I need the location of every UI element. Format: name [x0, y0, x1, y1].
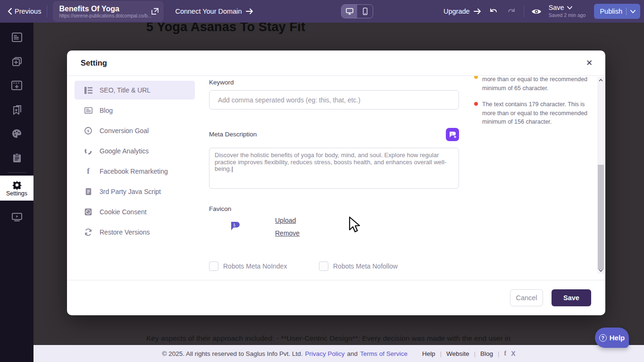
- settings-label: Settings: [6, 190, 27, 197]
- publish-button[interactable]: Publish: [594, 4, 640, 19]
- svg-text:$: $: [87, 129, 90, 133]
- nav-item-seo-title-url[interactable]: SEO, Title & URL: [75, 81, 195, 100]
- warning-dot-icon: [474, 76, 478, 79]
- cancel-button[interactable]: Cancel: [510, 289, 543, 306]
- close-icon[interactable]: ✕: [585, 58, 594, 67]
- x-icon[interactable]: X: [511, 350, 515, 357]
- favicon-label: Favicon: [209, 205, 459, 212]
- sidebar-item-forms[interactable]: [0, 147, 33, 168]
- nav-label: 3rd Party Java Script: [100, 188, 161, 195]
- scrollbar-track[interactable]: [597, 84, 604, 267]
- builder-footer: © 2025. All rights reserved to Saglus In…: [33, 345, 644, 362]
- page-body-snippet: Key aspects of their approach included: …: [146, 334, 510, 343]
- connect-domain-button[interactable]: Connect Your Domain: [175, 8, 253, 15]
- topbar-divider: [524, 6, 524, 17]
- desktop-preview-button[interactable]: [342, 5, 357, 18]
- restore-icon: [84, 228, 92, 236]
- footer-separator: |: [474, 350, 476, 357]
- previous-button[interactable]: Previous: [8, 8, 41, 15]
- sidebar-item-settings[interactable]: Settings: [0, 176, 33, 201]
- modal-nav: SEO, Title & URL Blog $ Conversion Goal …: [75, 81, 195, 242]
- save-menu[interactable]: Save Saved 2 min ago: [549, 4, 586, 18]
- nav-item-restore-versions[interactable]: Restore Versions: [75, 223, 195, 242]
- video-tutorials-icon: [12, 213, 22, 221]
- copyright-text: © 2025. All rights reserved to Saglus In…: [162, 350, 302, 357]
- nav-item-3rd-party-script[interactable]: 3rd Party Java Script: [75, 182, 195, 201]
- favicon-upload-link[interactable]: Upload: [275, 217, 300, 224]
- scrollbar-thumb[interactable]: [598, 165, 604, 269]
- site-title: Benefits Of Yoga: [59, 4, 151, 13]
- sidebar-item-form-fields[interactable]: [0, 26, 33, 48]
- upgrade-button[interactable]: Upgrade: [443, 8, 481, 15]
- publish-label: Publish: [600, 8, 622, 15]
- meta-description-label: Meta Description: [209, 131, 257, 138]
- feedback-text: The text contains 179 character. This is…: [482, 101, 587, 125]
- preview-eye-button[interactable]: [531, 6, 542, 17]
- sidebar-item-tutorials[interactable]: [0, 206, 33, 228]
- checkbox-icon: [319, 261, 328, 271]
- footer-website-link[interactable]: Website: [446, 350, 469, 357]
- and-text: and: [347, 350, 358, 357]
- sidebar-item-saved-blocks[interactable]: [0, 99, 33, 120]
- settings-modal: Setting ✕ SEO, Title & URL Blog $ Conver…: [67, 51, 605, 315]
- modal-title: Setting: [81, 59, 107, 67]
- privacy-policy-link[interactable]: Privacy Policy: [305, 350, 345, 357]
- meta-description-text: Discover the holistic benefits of yoga f…: [215, 152, 446, 172]
- nav-item-blog[interactable]: Blog: [75, 101, 195, 120]
- terms-link[interactable]: Terms of Service: [360, 350, 408, 357]
- nav-label: Restore Versions: [100, 228, 150, 236]
- publish-divider: [626, 8, 627, 15]
- favicon-remove-link[interactable]: Remove: [275, 229, 300, 237]
- add-section-icon: [11, 81, 22, 90]
- facebook-icon[interactable]: f: [504, 350, 507, 357]
- sidebar-item-add-section[interactable]: [0, 75, 33, 96]
- app-window: Previous Benefits Of Yoga https://serene…: [0, 0, 644, 362]
- builder-sidebar: Settings: [0, 23, 33, 362]
- robots-noindex-checkbox[interactable]: Robots Meta NoIndex: [209, 261, 287, 271]
- save-label: Save: [549, 4, 564, 11]
- footer-blog-link[interactable]: Blog: [480, 350, 493, 357]
- edit-icon[interactable]: [151, 8, 159, 16]
- modal-header: Setting ✕: [67, 51, 605, 76]
- previous-label: Previous: [15, 8, 41, 15]
- topbar-divider: [47, 5, 47, 17]
- meta-description-input[interactable]: Discover the holistic benefits of yoga f…: [209, 148, 459, 189]
- save-button[interactable]: Save: [552, 289, 591, 306]
- nav-item-facebook-remarketing[interactable]: f Facebook Remarketing: [75, 162, 195, 181]
- chevron-left-icon: [8, 8, 12, 15]
- nav-item-cookie-consent[interactable]: Cookie Consent: [75, 202, 195, 221]
- undo-button[interactable]: [488, 6, 499, 17]
- scroll-up-icon[interactable]: [599, 77, 603, 84]
- preview-eye-icon: [531, 8, 542, 15]
- keyword-input[interactable]: [209, 90, 459, 109]
- seo-form: Keyword Meta Description Discover the ho…: [209, 76, 459, 272]
- text-caret: |: [231, 165, 233, 172]
- footer-separator: |: [440, 350, 442, 357]
- nav-item-conversion-goal[interactable]: $ Conversion Goal: [75, 121, 195, 140]
- ai-assistant-icon[interactable]: [446, 128, 459, 141]
- nav-label: SEO, Title & URL: [100, 86, 151, 94]
- sidebar-item-design[interactable]: [0, 123, 33, 144]
- help-button[interactable]: ? Help: [595, 328, 629, 348]
- undo-icon: [489, 8, 498, 15]
- checkbox-icon: [209, 261, 218, 271]
- sidebar-item-add-page[interactable]: [0, 51, 33, 72]
- site-title-pill[interactable]: Benefits Of Yoga https://serene-publicat…: [53, 1, 164, 22]
- robots-nofollow-label: Robots Meta Nofollow: [333, 262, 398, 270]
- seo-feedback-warning: more than or equal to the recommended mi…: [474, 76, 592, 92]
- topbar: Previous Benefits Of Yoga https://serene…: [0, 0, 644, 23]
- site-url: https://serene-publications.dotcompal.co…: [59, 13, 151, 19]
- redo-button[interactable]: [506, 6, 517, 17]
- device-preview-toggle: [341, 4, 373, 18]
- mobile-icon: [363, 8, 368, 15]
- nav-item-google-analytics[interactable]: Google Analytics: [75, 142, 195, 160]
- conversion-coin-icon: $: [84, 127, 92, 135]
- footer-help-link[interactable]: Help: [422, 350, 435, 357]
- robots-nofollow-checkbox[interactable]: Robots Meta Nofollow: [319, 261, 398, 271]
- gear-icon: [12, 180, 22, 190]
- facebook-icon: f: [84, 168, 92, 175]
- modal-scrollbar[interactable]: [597, 77, 604, 274]
- mobile-preview-button[interactable]: [357, 5, 373, 18]
- modal-body: SEO, Title & URL Blog $ Conversion Goal …: [67, 76, 605, 280]
- robots-noindex-label: Robots Meta NoIndex: [223, 262, 287, 270]
